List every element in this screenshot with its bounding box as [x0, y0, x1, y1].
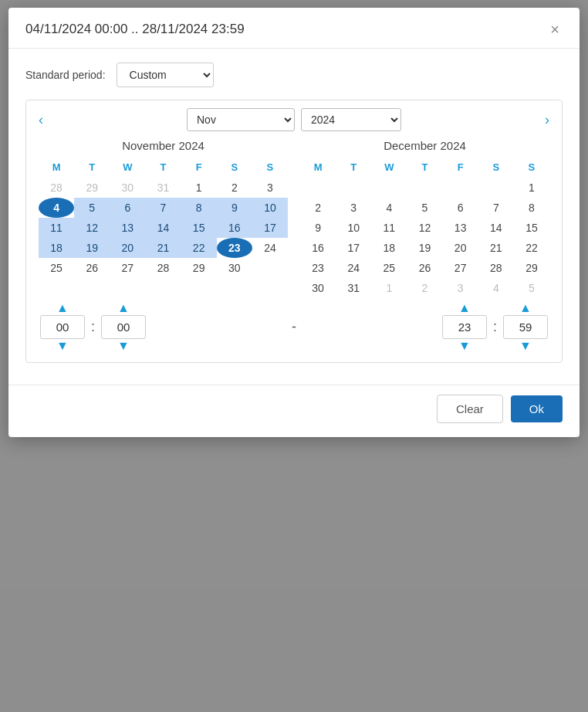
calendar-day[interactable]: 22 [181, 238, 217, 258]
calendar-day[interactable]: 14 [478, 218, 514, 238]
end-hour-input[interactable] [442, 315, 487, 339]
weekday-header: M [39, 158, 74, 178]
calendar-day[interactable]: 27 [443, 258, 478, 278]
calendar-day[interactable]: 2 [217, 178, 252, 198]
calendar-day[interactable]: 5 [514, 278, 549, 298]
calendar-day[interactable]: 28 [478, 258, 514, 278]
calendar-day[interactable]: 20 [110, 238, 145, 258]
calendar-day[interactable]: 16 [300, 238, 336, 258]
end-hour-down-button[interactable]: ▼ [442, 339, 487, 353]
calendar-day[interactable]: 30 [110, 178, 145, 198]
calendar-day[interactable]: 12 [74, 218, 110, 238]
calendar-day[interactable]: 15 [514, 218, 549, 238]
calendar-day[interactable]: 20 [443, 238, 478, 258]
start-minute-input[interactable] [101, 315, 146, 339]
calendar-day[interactable]: 10 [336, 218, 371, 238]
calendar-day[interactable]: 2 [300, 198, 336, 218]
calendar-day[interactable]: 30 [217, 258, 252, 278]
start-minute-up-button[interactable]: ▲ [101, 301, 146, 315]
calendar-day[interactable]: 26 [74, 258, 110, 278]
calendar-day[interactable]: 5 [407, 198, 442, 218]
month-select[interactable]: JanFebMarApr MayJunJulAug SepOctNovDec [187, 108, 295, 131]
prev-month-button[interactable]: ‹ [32, 110, 49, 130]
calendar-day[interactable]: 29 [181, 258, 217, 278]
calendar-day[interactable]: 7 [145, 198, 181, 218]
end-minute-up-button[interactable]: ▲ [503, 301, 548, 315]
calendar-day[interactable]: 11 [371, 218, 407, 238]
calendar-day[interactable]: 21 [145, 238, 181, 258]
ok-button[interactable]: Ok [511, 395, 563, 422]
calendar-day[interactable]: 19 [407, 238, 442, 258]
close-button[interactable]: × [547, 22, 563, 37]
calendar-day[interactable]: 31 [336, 278, 371, 298]
calendar-day[interactable]: 27 [110, 258, 145, 278]
start-minute-down-button[interactable]: ▼ [101, 339, 146, 353]
calendar-day[interactable]: 25 [371, 258, 407, 278]
calendar-day[interactable]: 12 [407, 218, 442, 238]
calendar-day[interactable]: 21 [478, 238, 514, 258]
calendar-day[interactable]: 4 [371, 198, 407, 218]
calendar-day[interactable]: 26 [407, 258, 442, 278]
calendar-day[interactable]: 9 [217, 198, 252, 218]
calendar-day[interactable]: 10 [252, 198, 288, 218]
calendar-day[interactable]: 8 [181, 198, 217, 218]
calendar-day[interactable]: 25 [39, 258, 74, 278]
calendar-day[interactable]: 16 [217, 218, 252, 238]
calendar-day[interactable]: 15 [181, 218, 217, 238]
calendar-day[interactable]: 17 [252, 218, 288, 238]
calendar-day[interactable]: 6 [443, 198, 478, 218]
calendar-day[interactable]: 22 [514, 238, 549, 258]
calendar-day[interactable]: 6 [110, 198, 145, 218]
calendar-day[interactable]: 23 [300, 258, 336, 278]
calendar-day[interactable]: 1 [371, 278, 407, 298]
time-row: ▲ ▼ : ▲ ▼ - [32, 301, 556, 353]
calendar-day[interactable]: 17 [336, 238, 371, 258]
calendar-day[interactable]: 13 [443, 218, 478, 238]
november-title: November 2024 [39, 139, 288, 152]
calendar-day [336, 178, 371, 198]
calendar-day[interactable]: 11 [39, 218, 74, 238]
calendar-day[interactable]: 4 [478, 278, 514, 298]
calendar-day[interactable]: 28 [145, 258, 181, 278]
calendar-day[interactable]: 29 [514, 258, 549, 278]
calendar-day[interactable]: 18 [371, 238, 407, 258]
table-row: 18 19 20 21 22 23 24 [39, 238, 288, 258]
calendar-day[interactable]: 19 [74, 238, 110, 258]
calendar-day[interactable]: 1 [181, 178, 217, 198]
calendar-day[interactable]: 29 [74, 178, 110, 198]
calendar-day[interactable]: 5 [74, 198, 110, 218]
standard-period-select[interactable]: Custom Today Yesterday Last 7 days Last … [117, 63, 214, 87]
calendar-day[interactable]: 24 [252, 238, 288, 258]
calendar-day [252, 258, 288, 278]
calendar-day[interactable]: 3 [336, 198, 371, 218]
calendar-day[interactable]: 31 [145, 178, 181, 198]
calendar-day[interactable]: 3 [443, 278, 478, 298]
calendar-day[interactable]: 8 [514, 198, 549, 218]
calendar-day[interactable]: 9 [300, 218, 336, 238]
november-calendar: November 2024 M T W T F S S [32, 139, 294, 298]
calendar-day[interactable]: 1 [514, 178, 549, 198]
end-minute-input[interactable] [503, 315, 548, 339]
calendar-day-start[interactable]: 4 [39, 198, 74, 218]
year-select[interactable]: 2022202320242025 [301, 108, 401, 131]
start-hour-input[interactable] [40, 315, 85, 339]
calendar-day-end[interactable]: 23 [217, 238, 252, 258]
calendar-day[interactable]: 24 [336, 258, 371, 278]
start-hour-col: ▲ ▼ [40, 301, 85, 353]
clear-button[interactable]: Clear [437, 395, 503, 423]
calendar-day[interactable]: 30 [300, 278, 336, 298]
start-hour-down-button[interactable]: ▼ [40, 339, 85, 353]
start-hour-up-button[interactable]: ▲ [40, 301, 85, 315]
calendar-day[interactable]: 2 [407, 278, 442, 298]
calendar-day[interactable]: 14 [145, 218, 181, 238]
end-minute-down-button[interactable]: ▼ [503, 339, 548, 353]
time-colon-start: : [90, 319, 96, 335]
end-hour-up-button[interactable]: ▲ [442, 301, 487, 315]
calendar-day[interactable]: 3 [252, 178, 288, 198]
calendar-day[interactable]: 7 [478, 198, 514, 218]
next-month-button[interactable]: › [539, 110, 556, 130]
calendar-day[interactable]: 13 [110, 218, 145, 238]
modal-title: 04/11/2024 00:00 .. 28/11/2024 23:59 [25, 22, 245, 37]
calendar-day[interactable]: 28 [39, 178, 74, 198]
calendar-day[interactable]: 18 [39, 238, 74, 258]
